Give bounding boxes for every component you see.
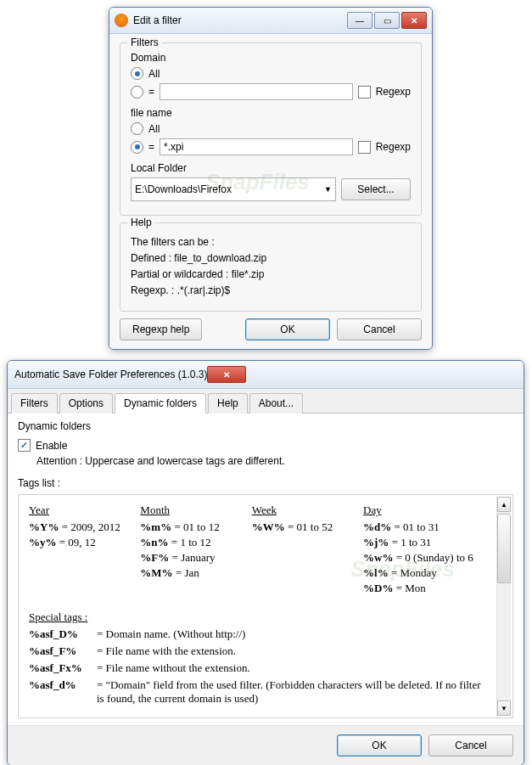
scrollbar[interactable]: ▲ ▼ (496, 497, 511, 716)
domain-regexp-label: Regexp (376, 86, 411, 98)
filename-regexp-checkbox[interactable] (358, 141, 371, 154)
panel-title: Dynamic folders (18, 420, 513, 432)
filename-value-input[interactable] (160, 138, 353, 155)
help-groupbox: Help The filters can be : Defined : file… (120, 222, 422, 312)
help-line: Regexp. : .*(.rar|.zip)$ (131, 284, 411, 296)
firefox-icon (115, 14, 128, 27)
ok-button[interactable]: OK (337, 734, 422, 757)
tab-filters[interactable]: Filters (11, 393, 58, 413)
tab-dynamic-folders[interactable]: Dynamic folders (115, 393, 206, 413)
attention-text: Attention : Uppercase and lowercase tags… (36, 455, 513, 467)
tag-line: %W% = 01 to 52 (252, 520, 350, 534)
domain-eq-radio[interactable] (131, 86, 143, 98)
local-folder-label: Local Folder (131, 162, 411, 174)
domain-regexp-checkbox[interactable] (358, 86, 371, 98)
tags-list-label: Tags list : (18, 477, 513, 489)
maximize-button[interactable]: ▭ (374, 12, 400, 29)
close-button[interactable]: ✕ (401, 12, 427, 29)
domain-eq-label: = (148, 86, 154, 98)
tab-options[interactable]: Options (59, 393, 113, 413)
filename-eq-label: = (148, 141, 154, 153)
titlebar[interactable]: Edit a filter — ▭ ✕ (109, 8, 432, 34)
scroll-down-button[interactable]: ▼ (497, 700, 511, 716)
enable-label: Enable (36, 440, 67, 452)
domain-all-label: All (148, 68, 160, 80)
regexp-help-button[interactable]: Regexp help (120, 318, 202, 340)
scroll-thumb[interactable] (497, 514, 511, 583)
year-column: Year %Y% = 2009, 2012 %y% = 09, 12 (29, 503, 126, 597)
tag-line: %l% = Monday (363, 566, 490, 580)
footer-buttons: OK Cancel (8, 725, 524, 765)
week-column: Week %W% = 01 to 52 (252, 503, 350, 597)
special-tag-row: %asf_d% = "Domain" field from the used f… (29, 678, 490, 706)
month-head: Month (140, 503, 238, 517)
local-folder-select[interactable]: E:\Downloads\Firefox ▼ (131, 177, 336, 201)
close-button[interactable]: ✕ (207, 366, 246, 383)
tag-line: %w% = 0 (Sunday) to 6 (363, 551, 490, 565)
window-title: Automatic Save Folder Preferences (1.0.3… (14, 368, 207, 380)
domain-label: Domain (131, 52, 411, 64)
help-line: Defined : file_to_download.zip (131, 252, 411, 264)
select-folder-button[interactable]: Select... (341, 178, 411, 200)
help-legend: Help (127, 217, 155, 228)
special-tag-row: %asf_F% = File name with the extension. (29, 644, 490, 658)
year-head: Year (29, 503, 126, 517)
chevron-down-icon: ▼ (324, 185, 332, 194)
enable-checkbox[interactable] (18, 439, 31, 452)
special-tags-head: Special tags : (29, 610, 490, 624)
local-folder-value: E:\Downloads\Firefox (135, 183, 232, 195)
filename-eq-radio[interactable] (131, 141, 143, 154)
filters-legend: Filters (127, 37, 162, 48)
domain-all-radio[interactable] (131, 67, 143, 80)
tab-bar: Filters Options Dynamic folders Help Abo… (8, 389, 524, 413)
filters-groupbox: Filters Domain All = Regexp file name Al… (120, 42, 422, 216)
tag-line: %d% = 01 to 31 (363, 520, 490, 534)
tag-line: %D% = Mon (363, 582, 490, 595)
special-tags-section: Special tags : %asf_D% = Domain name. (W… (29, 610, 506, 706)
tag-line: %Y% = 2009, 2012 (29, 520, 126, 534)
week-head: Week (252, 503, 350, 517)
minimize-button[interactable]: — (347, 12, 372, 29)
window-title: Edit a filter (133, 14, 347, 26)
ok-button[interactable]: OK (245, 318, 330, 340)
special-tag-row: %asf_Fx% = File name without the extensi… (29, 661, 490, 675)
filename-label: file name (131, 107, 411, 119)
cancel-button[interactable]: Cancel (428, 734, 513, 757)
filename-regexp-label: Regexp (376, 141, 411, 153)
month-column: Month %m% = 01 to 12 %n% = 1 to 12 %F% =… (140, 503, 238, 597)
help-line: Partial or wildcarded : file*.zip (131, 268, 411, 280)
tags-scroll-area: SnapFiles Year %Y% = 2009, 2012 %y% = 09… (18, 494, 513, 718)
cancel-button[interactable]: Cancel (337, 318, 422, 340)
filename-all-radio[interactable] (131, 122, 143, 135)
tab-help[interactable]: Help (208, 393, 248, 413)
preferences-window: Automatic Save Folder Preferences (1.0.3… (7, 360, 524, 765)
titlebar[interactable]: Automatic Save Folder Preferences (1.0.3… (8, 361, 524, 389)
tag-line: %m% = 01 to 12 (140, 520, 238, 534)
scroll-up-button[interactable]: ▲ (497, 497, 511, 512)
domain-value-input[interactable] (160, 83, 353, 100)
tag-line: %n% = 1 to 12 (140, 536, 238, 549)
tag-line: %M% = Jan (140, 566, 238, 580)
help-line: The filters can be : (131, 236, 411, 248)
tag-line: %y% = 09, 12 (29, 536, 126, 549)
day-column: Day %d% = 01 to 31 %j% = 1 to 31 %w% = 0… (363, 503, 490, 597)
tag-line: %F% = January (140, 551, 238, 565)
tab-about[interactable]: About... (249, 393, 303, 413)
edit-filter-window: Edit a filter — ▭ ✕ Filters Domain All =… (109, 7, 433, 350)
filename-all-label: All (148, 123, 160, 135)
special-tag-row: %asf_D% = Domain name. (Without http://) (29, 627, 490, 641)
dynamic-folders-panel: Dynamic folders Enable Attention : Upper… (8, 413, 524, 725)
tag-line: %j% = 1 to 31 (363, 536, 490, 549)
day-head: Day (363, 503, 490, 517)
